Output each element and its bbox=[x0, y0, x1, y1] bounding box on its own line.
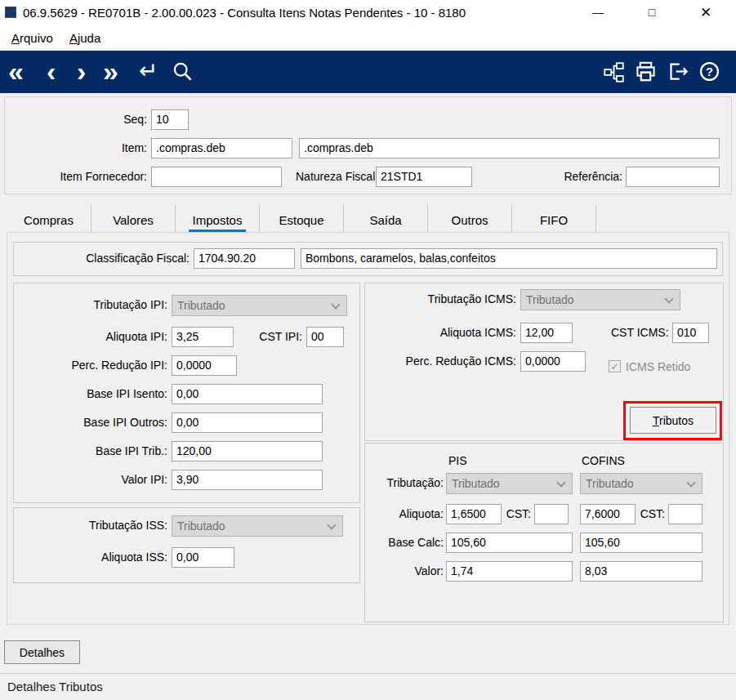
menubar: Arquivo Ajuda bbox=[0, 25, 736, 51]
print-icon[interactable] bbox=[635, 60, 657, 85]
menu-arquivo[interactable]: Arquivo bbox=[3, 28, 61, 48]
base-ipi-isento-field[interactable]: 0,00 bbox=[172, 384, 323, 404]
base-ipi-outros-field[interactable]: 0,00 bbox=[172, 412, 323, 433]
cofins-base-field[interactable]: 105,60 bbox=[580, 533, 703, 553]
tab-compras[interactable]: Compras bbox=[7, 205, 91, 232]
titlebar: 06.9.5629 - RE0701B - 2.00.00.023 - Cons… bbox=[0, 0, 736, 25]
cst-icms-field[interactable]: 010 bbox=[672, 323, 709, 343]
cofins-tributacao-select[interactable]: Tributado bbox=[580, 473, 703, 494]
pis-aliquota-field[interactable]: 1,6500 bbox=[446, 504, 502, 524]
tributos-button[interactable]: Tributos bbox=[630, 407, 716, 434]
pis-base-field[interactable]: 105,60 bbox=[446, 533, 573, 553]
seq-label: Seq: bbox=[25, 109, 147, 130]
cofins-header: COFINS bbox=[582, 451, 647, 471]
tributacao-icms-label: Tributação ICMS: bbox=[372, 289, 516, 310]
base-ipi-trib-field[interactable]: 120,00 bbox=[172, 441, 323, 461]
referencia-field[interactable] bbox=[626, 167, 720, 187]
base-ipi-trib-label: Base IPI Trib.: bbox=[25, 441, 167, 461]
aliquota-icms-label: Aliquota ICMS: bbox=[372, 323, 516, 343]
tributacao-ipi-label: Tributação IPI: bbox=[25, 295, 167, 315]
tab-valores[interactable]: Valores bbox=[91, 205, 175, 232]
perc-reducao-icms-field[interactable]: 0,0000 bbox=[520, 351, 586, 372]
cofins-valor-field[interactable]: 8,03 bbox=[580, 561, 703, 582]
perc-reducao-ipi-label: Perc. Redução IPI: bbox=[25, 355, 167, 376]
item-fornecedor-field[interactable] bbox=[151, 167, 282, 187]
natureza-fiscal-label: Natureza Fiscal bbox=[296, 167, 374, 187]
cofins-aliquota-field[interactable]: 7,6000 bbox=[580, 504, 636, 524]
go-icon[interactable]: ↵ bbox=[139, 51, 158, 93]
maximize-button[interactable]: □ bbox=[625, 0, 679, 25]
detalhes-button[interactable]: Detalhes bbox=[4, 640, 80, 664]
chevron-down-icon bbox=[686, 478, 695, 487]
tributacao-ipi-select[interactable]: Tributado bbox=[172, 295, 347, 316]
pis-cofins-aliquota-label: Aliquota: bbox=[359, 504, 444, 524]
classificacao-desc-field[interactable]: Bombons, caramelos, balas,confeitos bbox=[301, 248, 717, 269]
item-label: Item: bbox=[25, 138, 147, 158]
tab-estoque[interactable]: Estoque bbox=[259, 205, 343, 232]
pis-tributacao-select[interactable]: Tributado bbox=[446, 473, 573, 494]
exit-icon[interactable] bbox=[667, 60, 689, 85]
base-ipi-isento-label: Base IPI Isento: bbox=[25, 384, 167, 404]
first-record-icon[interactable]: « bbox=[8, 51, 24, 93]
item-field[interactable]: .compras.deb bbox=[151, 138, 292, 158]
app-icon bbox=[5, 7, 16, 18]
chevron-down-icon bbox=[556, 478, 565, 487]
prev-record-icon[interactable]: ‹ bbox=[47, 51, 56, 93]
aliquota-icms-field[interactable]: 12,00 bbox=[520, 323, 573, 343]
aliquota-iss-label: Aliquota ISS: bbox=[25, 547, 167, 568]
cofins-cst-label: CST: bbox=[636, 504, 665, 524]
check-icon: ✓ bbox=[610, 362, 618, 372]
tab-bar: Compras Valores Impostos Estoque Saída O… bbox=[7, 205, 729, 232]
icms-retido-label: ICMS Retido bbox=[626, 357, 707, 377]
tab-outros[interactable]: Outros bbox=[427, 205, 511, 232]
search-icon[interactable] bbox=[172, 60, 194, 85]
close-button[interactable]: ✕ bbox=[679, 0, 733, 25]
cst-icms-label: CST ICMS: bbox=[611, 323, 668, 343]
next-record-icon[interactable]: › bbox=[77, 51, 86, 93]
referencia-label: Referência: bbox=[549, 167, 622, 187]
help-icon[interactable]: ? bbox=[698, 60, 720, 85]
tab-impostos[interactable]: Impostos bbox=[175, 205, 259, 232]
natureza-fiscal-field[interactable]: 21STD1 bbox=[376, 167, 472, 187]
classificacao-label: Classificação Fiscal: bbox=[33, 248, 190, 269]
valor-ipi-field[interactable]: 3,90 bbox=[172, 470, 323, 490]
tributacao-iss-label: Tributação ISS: bbox=[25, 515, 167, 536]
cst-ipi-field[interactable]: 00 bbox=[306, 327, 344, 347]
last-record-icon[interactable]: » bbox=[103, 51, 118, 93]
tributacao-icms-select[interactable]: Tributado bbox=[520, 289, 680, 310]
pis-cofins-tributacao-label: Tributação: bbox=[359, 473, 444, 493]
tab-saida[interactable]: Saída bbox=[343, 205, 427, 232]
pis-cofins-base-label: Base Calc: bbox=[359, 533, 444, 553]
icms-retido-checkbox[interactable]: ✓ bbox=[609, 360, 621, 372]
cofins-cst-field[interactable] bbox=[668, 504, 703, 524]
aliquota-ipi-field[interactable]: 3,25 bbox=[172, 327, 234, 347]
item-desc-field[interactable]: .compras.deb bbox=[299, 138, 720, 158]
classificacao-field[interactable]: 1704.90.20 bbox=[194, 248, 295, 269]
valor-ipi-label: Valor IPI: bbox=[25, 470, 167, 490]
menu-ajuda[interactable]: Ajuda bbox=[61, 28, 109, 48]
chevron-down-icon bbox=[327, 520, 336, 529]
pis-cst-label: CST: bbox=[502, 504, 531, 524]
aliquota-iss-field[interactable]: 0,00 bbox=[172, 547, 234, 568]
pis-header: PIS bbox=[448, 451, 497, 471]
tab-fifo[interactable]: FIFO bbox=[511, 205, 595, 232]
hierarchy-icon[interactable] bbox=[603, 61, 625, 86]
perc-reducao-ipi-field[interactable]: 0,0000 bbox=[172, 355, 237, 376]
seq-field[interactable]: 10 bbox=[151, 109, 189, 130]
pis-cst-field[interactable] bbox=[534, 504, 569, 524]
window-title: 06.9.5629 - RE0701B - 2.00.00.023 - Cons… bbox=[23, 6, 466, 20]
item-fornecedor-label: Item Fornecedor: bbox=[25, 167, 147, 187]
pis-valor-field[interactable]: 1,74 bbox=[446, 561, 573, 582]
perc-reducao-icms-label: Perc. Redução ICMS: bbox=[372, 351, 516, 372]
minimize-button[interactable]: — bbox=[571, 0, 625, 25]
tributacao-iss-select[interactable]: Tributado bbox=[172, 515, 343, 537]
pis-cofins-valor-label: Valor: bbox=[359, 561, 444, 582]
window-controls: — □ ✕ bbox=[571, 0, 733, 25]
cst-ipi-label: CST IPI: bbox=[243, 327, 302, 347]
chevron-down-icon bbox=[331, 300, 340, 309]
application-window: 06.9.5629 - RE0701B - 2.00.00.023 - Cons… bbox=[0, 0, 736, 700]
aliquota-ipi-label: Aliquota IPI: bbox=[25, 327, 167, 347]
tab-filler bbox=[595, 205, 729, 232]
status-bar: Detalhes Tributos bbox=[0, 673, 736, 700]
base-ipi-outros-label: Base IPI Outros: bbox=[25, 412, 167, 433]
